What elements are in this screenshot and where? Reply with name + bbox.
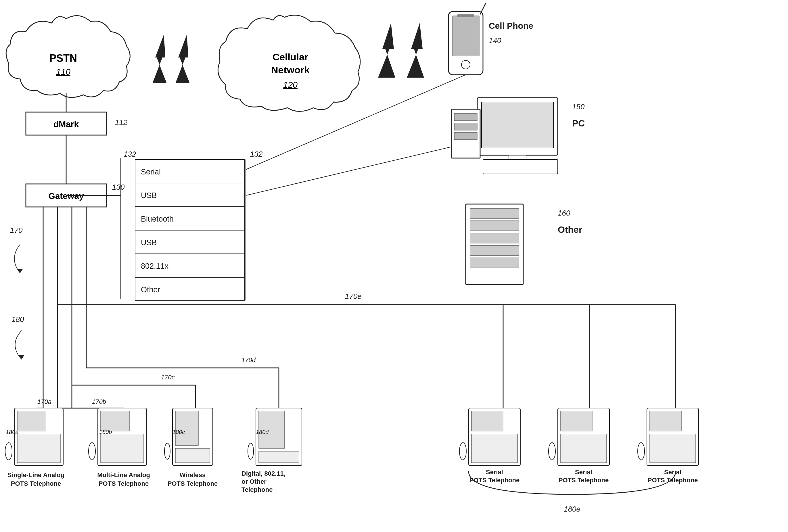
svg-rect-102 [175, 448, 210, 463]
svg-text:150: 150 [572, 102, 585, 111]
svg-point-110 [248, 443, 254, 459]
svg-rect-123 [560, 434, 607, 463]
svg-rect-48 [466, 204, 523, 284]
svg-rect-101 [175, 411, 198, 446]
svg-rect-38 [481, 102, 553, 148]
phone-180d [248, 408, 302, 466]
svg-text:POTS Telephone: POTS Telephone [99, 480, 149, 487]
svg-marker-2 [152, 35, 167, 83]
svg-rect-53 [470, 258, 519, 268]
svg-text:PC: PC [572, 118, 585, 129]
svg-point-118 [459, 442, 466, 460]
svg-text:dMark: dMark [54, 119, 79, 129]
svg-text:130: 130 [112, 183, 125, 192]
svg-rect-19 [135, 159, 244, 300]
phone-180c [164, 408, 213, 466]
svg-text:140: 140 [489, 36, 501, 45]
svg-rect-93 [98, 408, 146, 466]
svg-text:170: 170 [10, 226, 23, 235]
svg-marker-66 [19, 355, 24, 359]
svg-text:Multi-Line Analog: Multi-Line Analog [97, 471, 150, 478]
svg-text:POTS Telephone: POTS Telephone [648, 476, 698, 484]
svg-rect-49 [470, 209, 519, 218]
svg-rect-37 [477, 98, 558, 155]
svg-text:USB: USB [141, 238, 157, 247]
svg-text:180: 180 [12, 315, 24, 323]
svg-text:132: 132 [124, 150, 136, 158]
svg-point-130 [638, 442, 645, 460]
svg-rect-12 [26, 184, 106, 207]
svg-rect-121 [558, 408, 609, 466]
svg-text:802.11x: 802.11x [141, 262, 169, 271]
cellular-cloud: Cellular Network 120 [218, 15, 360, 112]
svg-rect-43 [454, 123, 477, 130]
svg-text:170d: 170d [241, 356, 256, 363]
svg-rect-100 [173, 408, 213, 466]
phone-180a [5, 408, 63, 466]
svg-line-35 [246, 138, 489, 195]
phone-e2 [549, 408, 609, 466]
svg-text:170b: 170b [92, 398, 106, 405]
svg-text:180e: 180e [564, 505, 580, 513]
phone-180b [88, 408, 146, 466]
svg-marker-8 [407, 23, 424, 78]
svg-text:170a: 170a [37, 398, 52, 405]
svg-rect-59 [457, 14, 474, 17]
lightning-1 [152, 35, 167, 83]
svg-rect-57 [452, 16, 479, 56]
svg-point-103 [164, 443, 170, 459]
svg-rect-109 [259, 451, 299, 463]
svg-rect-51 [470, 233, 519, 243]
svg-rect-116 [471, 411, 503, 431]
svg-point-96 [88, 442, 95, 460]
svg-text:Cellular: Cellular [273, 52, 309, 62]
svg-text:110: 110 [56, 67, 71, 76]
svg-text:or Other: or Other [241, 478, 267, 485]
svg-text:180b: 180b [99, 429, 112, 435]
svg-text:Wireless: Wireless [180, 471, 205, 478]
svg-text:PSTN: PSTN [50, 52, 77, 64]
svg-text:POTS Telephone: POTS Telephone [558, 476, 609, 484]
svg-rect-40 [497, 163, 538, 168]
svg-rect-107 [256, 408, 302, 466]
svg-text:Other: Other [141, 285, 160, 294]
svg-text:160: 160 [558, 209, 570, 217]
svg-text:Bluetooth: Bluetooth [141, 215, 174, 223]
svg-rect-122 [560, 411, 592, 431]
svg-text:Single-Line Analog: Single-Line Analog [7, 471, 64, 478]
svg-rect-87 [17, 411, 46, 431]
svg-text:Telephone: Telephone [241, 486, 273, 493]
svg-marker-3 [175, 35, 190, 83]
lightning-3 [378, 23, 395, 78]
svg-rect-86 [14, 408, 63, 466]
svg-text:132: 132 [250, 150, 263, 158]
svg-text:Serial: Serial [575, 469, 592, 476]
svg-text:POTS Telephone: POTS Telephone [168, 480, 218, 487]
svg-marker-7 [378, 23, 395, 78]
svg-rect-56 [449, 12, 483, 75]
svg-rect-42 [454, 114, 477, 121]
svg-rect-44 [454, 133, 477, 140]
svg-rect-129 [650, 434, 696, 463]
pstn-cloud: PSTN 110 [6, 16, 130, 97]
svg-text:120: 120 [283, 80, 298, 90]
svg-rect-117 [471, 434, 517, 463]
svg-rect-39 [509, 155, 526, 164]
diagram: PSTN 110 Cellular Network 120 dMark 11 [0, 0, 788, 532]
svg-rect-128 [650, 411, 681, 431]
svg-text:180a: 180a [6, 429, 19, 435]
svg-point-58 [461, 60, 470, 69]
svg-text:180d: 180d [256, 429, 269, 435]
svg-rect-50 [470, 221, 519, 231]
svg-rect-52 [470, 245, 519, 256]
svg-text:Gateway: Gateway [48, 191, 84, 201]
phone-e3 [638, 408, 698, 466]
svg-marker-64 [17, 269, 23, 273]
lightning-2 [175, 35, 190, 83]
svg-text:Serial: Serial [486, 469, 503, 476]
svg-rect-95 [101, 434, 144, 463]
svg-point-89 [5, 442, 12, 460]
svg-text:POTS Telephone: POTS Telephone [11, 480, 61, 487]
svg-text:POTS Telephone: POTS Telephone [470, 476, 519, 484]
svg-text:Serial: Serial [664, 469, 681, 476]
